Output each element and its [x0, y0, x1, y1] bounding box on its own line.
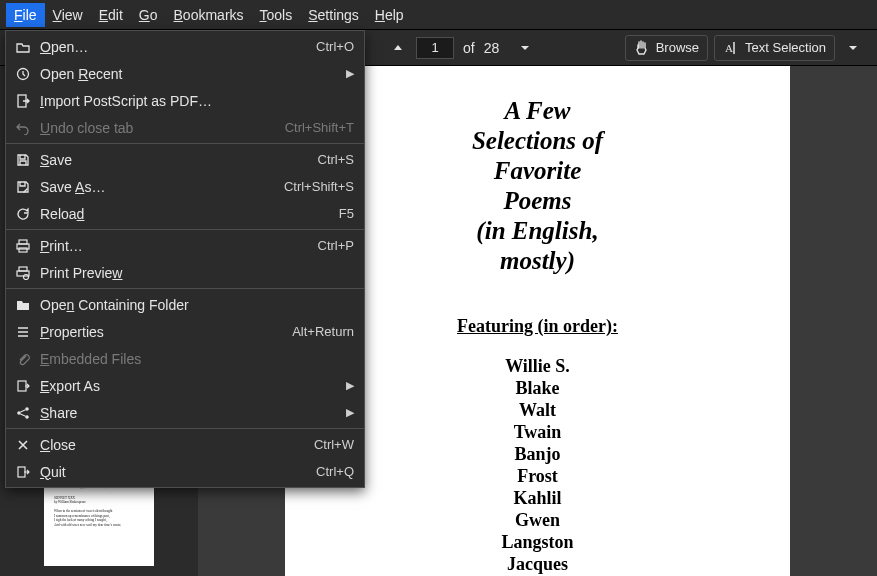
menu-item-close[interactable]: CloseCtrl+W: [6, 431, 364, 458]
menu-item-print-preview[interactable]: Print Preview: [6, 259, 364, 286]
menu-item-label: Open…: [40, 39, 316, 55]
menu-item-open-recent[interactable]: Open Recent▶: [6, 60, 364, 87]
menu-item-shortcut: Ctrl+Q: [316, 464, 354, 479]
menu-item-label: Close: [40, 437, 314, 453]
menu-item-label: Export As: [40, 378, 338, 394]
menu-item-label: Open Recent: [40, 66, 338, 82]
menubar-item-tools[interactable]: Tools: [252, 3, 301, 27]
reload-icon: [14, 205, 32, 223]
menu-item-shortcut: Ctrl+Shift+S: [284, 179, 354, 194]
document-title: A FewSelections ofFavoritePoems(in Engli…: [305, 96, 770, 276]
page-number-input[interactable]: [416, 37, 454, 59]
text-selection-tool-button[interactable]: A Text Selection: [714, 35, 835, 61]
menu-item-label: Save: [40, 152, 318, 168]
menu-item-save[interactable]: SaveCtrl+S: [6, 146, 364, 173]
submenu-arrow-icon: ▶: [346, 406, 354, 419]
menu-item-shortcut: Ctrl+S: [318, 152, 354, 167]
menubar-item-help[interactable]: Help: [367, 3, 412, 27]
menu-item-open-containing-folder[interactable]: Open Containing Folder: [6, 291, 364, 318]
text-cursor-icon: A: [723, 40, 739, 56]
menubar-item-bookmarks[interactable]: Bookmarks: [166, 3, 252, 27]
close-icon: [14, 436, 32, 454]
svg-rect-17: [18, 467, 25, 477]
tool-dropdown-button[interactable]: [841, 36, 865, 60]
menu-item-properties[interactable]: PropertiesAlt+Return: [6, 318, 364, 345]
props-icon: [14, 323, 32, 341]
quit-icon: [14, 463, 32, 481]
saveas-icon: [14, 178, 32, 196]
menu-separator: [6, 229, 364, 230]
menu-separator: [6, 428, 364, 429]
svg-point-14: [17, 411, 21, 415]
folder-icon: [14, 296, 32, 314]
menu-item-quit[interactable]: QuitCtrl+Q: [6, 458, 364, 485]
menubar-item-settings[interactable]: Settings: [300, 3, 367, 27]
undo-icon: [14, 119, 32, 137]
save-icon: [14, 151, 32, 169]
print-icon: [14, 237, 32, 255]
menu-item-print[interactable]: Print…Ctrl+P: [6, 232, 364, 259]
menu-item-label: Quit: [40, 464, 316, 480]
submenu-arrow-icon: ▶: [346, 67, 354, 80]
svg-rect-7: [19, 267, 27, 271]
menu-item-label: Save As…: [40, 179, 284, 195]
page-of-label: of: [460, 40, 478, 56]
hand-icon: [634, 40, 650, 56]
prev-page-button[interactable]: [386, 36, 410, 60]
menubar: FileViewEditGoBookmarksToolsSettingsHelp: [0, 0, 877, 30]
browse-tool-button[interactable]: Browse: [625, 35, 708, 61]
menu-item-shortcut: Ctrl+Shift+T: [285, 120, 354, 135]
menu-item-label: Properties: [40, 324, 292, 340]
document-featuring-heading: Featuring (in order):: [305, 316, 770, 337]
menu-item-label: Import PostScript as PDF…: [40, 93, 354, 109]
menu-separator: [6, 143, 364, 144]
page-navigation: of 28: [386, 36, 537, 60]
menubar-item-file[interactable]: File: [6, 3, 45, 27]
document-poets-list: Willie S.BlakeWaltTwainBanjoFrostKahlilG…: [305, 355, 770, 576]
menubar-item-edit[interactable]: Edit: [91, 3, 131, 27]
share-icon: [14, 404, 32, 422]
attach-icon: [14, 350, 32, 368]
menu-item-label: Print…: [40, 238, 318, 254]
menu-item-export-as[interactable]: Export As▶: [6, 372, 364, 399]
menubar-item-view[interactable]: View: [45, 3, 91, 27]
toolbar-right-group: Browse A Text Selection: [625, 35, 871, 61]
menu-item-open[interactable]: Open…Ctrl+O: [6, 33, 364, 60]
menu-item-label: Reload: [40, 206, 339, 222]
menu-item-shortcut: Ctrl+P: [318, 238, 354, 253]
recent-icon: [14, 65, 32, 83]
menu-item-label: Print Preview: [40, 265, 354, 281]
menu-item-label: Share: [40, 405, 338, 421]
menu-separator: [6, 288, 364, 289]
menu-item-shortcut: Ctrl+O: [316, 39, 354, 54]
svg-point-9: [24, 274, 29, 279]
submenu-arrow-icon: ▶: [346, 379, 354, 392]
text-selection-label: Text Selection: [745, 40, 826, 55]
import-icon: [14, 92, 32, 110]
preview-icon: [14, 264, 32, 282]
menu-item-shortcut: Alt+Return: [292, 324, 354, 339]
menu-item-import-postscript-as-pdf[interactable]: Import PostScript as PDF…: [6, 87, 364, 114]
menu-item-reload[interactable]: ReloadF5: [6, 200, 364, 227]
menu-item-embedded-files: Embedded Files: [6, 345, 364, 372]
svg-rect-13: [18, 381, 26, 391]
svg-point-15: [25, 407, 29, 411]
menu-item-save-as[interactable]: Save As…Ctrl+Shift+S: [6, 173, 364, 200]
menu-item-label: Open Containing Folder: [40, 297, 354, 313]
svg-rect-4: [19, 240, 27, 244]
menu-item-label: Embedded Files: [40, 351, 354, 367]
page-total: 28: [484, 40, 500, 56]
svg-point-16: [25, 415, 29, 419]
export-icon: [14, 377, 32, 395]
open-icon: [14, 38, 32, 56]
file-menu-dropdown: Open…Ctrl+OOpen Recent▶Import PostScript…: [5, 30, 365, 488]
menu-item-share[interactable]: Share▶: [6, 399, 364, 426]
menubar-item-go[interactable]: Go: [131, 3, 166, 27]
page-dropdown-button[interactable]: [513, 36, 537, 60]
svg-text:A: A: [725, 42, 733, 54]
menu-item-shortcut: F5: [339, 206, 354, 221]
menu-item-label: Undo close tab: [40, 120, 285, 136]
menu-item-shortcut: Ctrl+W: [314, 437, 354, 452]
browse-label: Browse: [656, 40, 699, 55]
menu-item-undo-close-tab: Undo close tabCtrl+Shift+T: [6, 114, 364, 141]
